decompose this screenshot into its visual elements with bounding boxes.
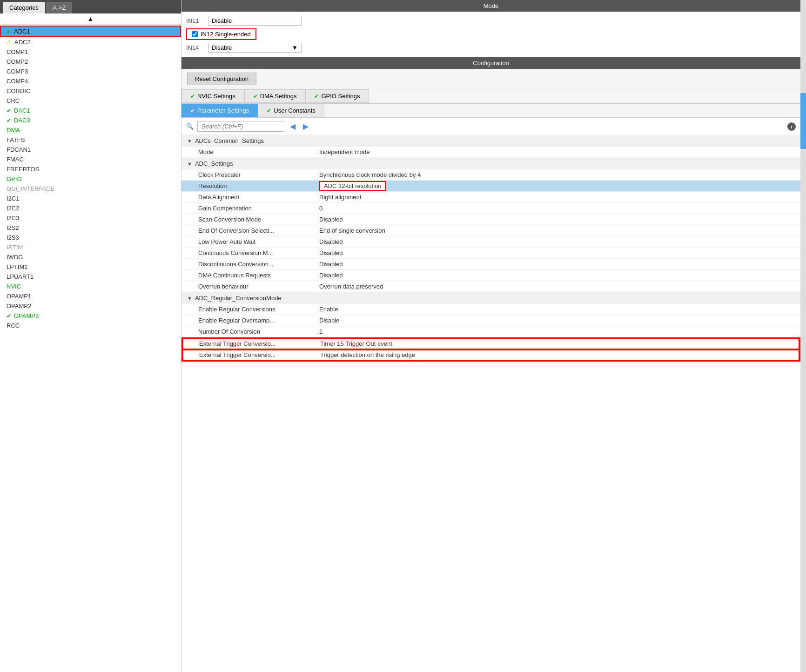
sidebar-item[interactable]: NVIC [0, 282, 181, 291]
sidebar-item[interactable]: FREERTOS [0, 164, 181, 174]
tab-nvic-settings[interactable]: ✔ NVIC Settings [181, 89, 244, 103]
sidebar-item[interactable]: FATFS [0, 135, 181, 145]
sidebar-item[interactable]: LPTIM1 [0, 262, 181, 272]
tab-gpio-settings[interactable]: ✔ GPIO Settings [305, 89, 369, 103]
sidebar-item-label: LPUART1 [7, 273, 34, 280]
sidebar-item-label: I2C1 [7, 195, 19, 202]
sidebar-item-label: I2S3 [7, 234, 19, 241]
sidebar-item[interactable]: IRTIM [0, 242, 181, 252]
sidebar-item[interactable]: ✔OPAMP3 [0, 311, 181, 321]
sidebar-item[interactable]: GUI_INTERFACE [0, 184, 181, 194]
param-row[interactable]: Clock PrescalerSynchronous clock mode di… [181, 169, 800, 181]
param-name: Data Alignment [198, 194, 319, 201]
mode-input-in11[interactable] [208, 16, 302, 26]
sidebar-item[interactable]: DMA [0, 125, 181, 135]
sidebar-item-label: LPTIM1 [7, 263, 28, 270]
sidebar-item[interactable]: CRC [0, 96, 181, 106]
param-row[interactable]: Overrun behaviourOverrun data preserved [181, 281, 800, 292]
sidebar-item[interactable]: COMP1 [0, 47, 181, 57]
param-row[interactable]: Scan Conversion ModeDisabled [181, 214, 800, 225]
sidebar-item-label: IWDG [7, 254, 23, 261]
sidebar-item[interactable]: ✔DAC3 [0, 115, 181, 125]
param-row[interactable]: Continuous Conversion M...Disabled [181, 248, 800, 259]
mode-section: Mode IN11 IN12 Single-ended IN14 ▼ [181, 0, 800, 57]
mode-label-in14: IN14 [186, 44, 205, 51]
tab-parameter-settings[interactable]: ✔ Parameter Settings [181, 104, 258, 117]
sidebar-item[interactable]: I2C1 [0, 194, 181, 203]
param-row[interactable]: Enable Regular ConversionsEnable [181, 304, 800, 315]
tab-dma-settings[interactable]: ✔ DMA Settings [244, 89, 306, 103]
tab-user-constants[interactable]: ✔ User Constants [258, 104, 324, 117]
nav-next-button[interactable]: ▶ [301, 121, 310, 132]
param-row[interactable]: Low Power Auto WaitDisabled [181, 236, 800, 248]
sidebar-item[interactable]: I2C3 [0, 213, 181, 223]
sidebar-item[interactable]: COMP2 [0, 57, 181, 67]
mode-checkbox-in12[interactable] [192, 31, 198, 37]
param-row[interactable]: DMA Continuous RequestsDisabled [181, 270, 800, 281]
param-value: Disabled [319, 238, 795, 245]
check-icon: ✔ [7, 108, 11, 114]
sidebar-item[interactable]: FDCAN1 [0, 145, 181, 155]
param-name: Low Power Auto Wait [198, 238, 319, 245]
tab-atoz[interactable]: A->Z [46, 2, 73, 13]
sidebar-item-label: RCC [7, 322, 20, 329]
sidebar-item[interactable]: I2S3 [0, 233, 181, 242]
sidebar-item[interactable]: OPAMP2 [0, 301, 181, 311]
param-value: Timer 15 Trigger Out event [320, 340, 794, 347]
nav-prev-button[interactable]: ◀ [288, 121, 297, 132]
param-row[interactable]: External Trigger Conversio...Timer 15 Tr… [182, 338, 799, 349]
sidebar-tab-bar: Categories A->Z [0, 0, 181, 13]
sidebar-item-label: CRC [7, 97, 20, 104]
sidebar-item-label: I2S2 [7, 224, 19, 231]
sidebar-item[interactable]: GPIO [0, 174, 181, 184]
check-icon: ✔ [7, 313, 11, 319]
main-scrollbar[interactable] [800, 0, 806, 672]
sidebar-item[interactable]: IWDG [0, 252, 181, 262]
mode-header: Mode [181, 0, 800, 12]
sidebar-item[interactable]: RCC [0, 321, 181, 330]
group-arrow-icon: ▼ [187, 296, 192, 301]
param-row[interactable]: Number Of Conversion1 [181, 326, 800, 337]
param-row[interactable]: Enable Regular Oversamp...Disable [181, 315, 800, 326]
sidebar-item[interactable]: I2C2 [0, 203, 181, 213]
sidebar-item[interactable]: LPUART1 [0, 272, 181, 282]
sidebar-item[interactable]: COMP4 [0, 76, 181, 86]
tab-user-label: User Constants [274, 107, 316, 114]
sidebar-item[interactable]: FMAC [0, 155, 181, 164]
group-label: ADC_Regular_ConversionMode [195, 295, 282, 302]
info-icon: i [787, 122, 796, 131]
mode-dropdown-arrow-in14[interactable]: ▼ [292, 44, 298, 51]
param-group-1[interactable]: ▼ADC_Settings [181, 158, 800, 169]
param-row[interactable]: ResolutionADC 12-bit resolution [181, 181, 800, 192]
search-row: 🔍 ◀ ▶ i [181, 118, 800, 135]
param-row[interactable]: Data AlignmentRight alignment [181, 192, 800, 203]
sidebar-item[interactable]: ✔ADC1 [0, 26, 181, 37]
param-group-2[interactable]: ▼ADC_Regular_ConversionMode [181, 292, 800, 304]
sidebar-item[interactable]: ⚠ADC2 [0, 37, 181, 47]
mode-label-in11: IN11 [186, 17, 205, 24]
param-row[interactable]: End Of Conversion Selecti...End of singl… [181, 225, 800, 236]
sidebar-item[interactable]: CORDIC [0, 86, 181, 96]
search-input[interactable] [197, 121, 284, 132]
param-row[interactable]: External Trigger Conversio...Trigger det… [182, 349, 799, 361]
sidebar-item[interactable]: ✔DAC1 [0, 106, 181, 115]
sidebar-item[interactable]: I2S2 [0, 223, 181, 233]
sort-arrow: ▲ [0, 13, 181, 25]
group-label: ADCs_Common_Settings [195, 137, 264, 144]
mode-input-in14[interactable] [212, 44, 290, 51]
reset-config-button[interactable]: Reset Configuration [187, 73, 256, 85]
tab-categories[interactable]: Categories [3, 2, 45, 13]
param-row[interactable]: ModeIndependent mode [181, 147, 800, 158]
config-section: Configuration Reset Configuration ✔ NVIC… [181, 57, 800, 672]
param-row[interactable]: Gain Compensation0 [181, 203, 800, 214]
tab-nvic-check-icon: ✔ [190, 93, 195, 100]
group-arrow-icon: ▼ [187, 161, 192, 167]
param-value: Disabled [319, 249, 795, 256]
param-group-0[interactable]: ▼ADCs_Common_Settings [181, 135, 800, 147]
sidebar-item-label: OPAMP2 [7, 302, 31, 309]
param-row[interactable]: Discontinuous Conversion...Disabled [181, 259, 800, 270]
sidebar-item[interactable]: COMP3 [0, 67, 181, 76]
sidebar-item-label: COMP2 [7, 58, 28, 65]
sidebar-item[interactable]: OPAMP1 [0, 291, 181, 301]
sidebar-item-label: IRTIM [7, 244, 23, 251]
